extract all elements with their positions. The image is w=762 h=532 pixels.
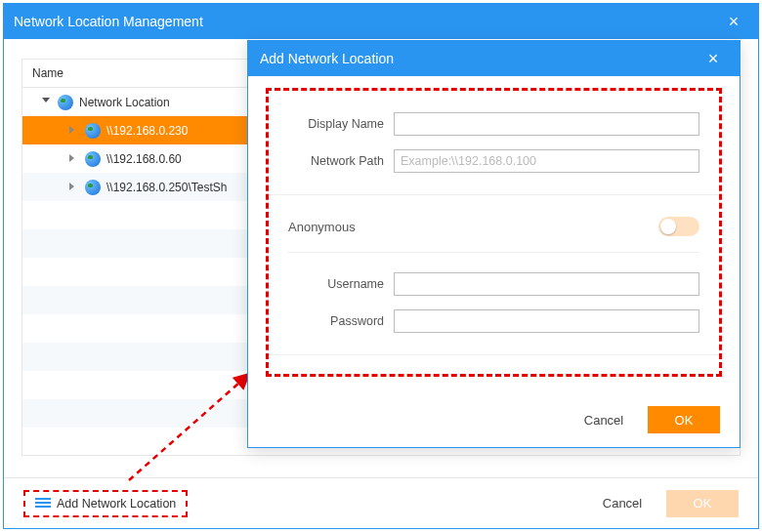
dialog-titlebar: Add Network Location ×	[248, 41, 740, 76]
list-icon	[35, 498, 51, 510]
username-label: Username	[288, 277, 394, 291]
close-icon[interactable]: ×	[698, 49, 728, 69]
close-icon[interactable]: ×	[719, 12, 748, 32]
tree-item-label: \\192.168.0.250\TestSh	[106, 181, 227, 194]
anonymous-label: Anonymous	[288, 220, 356, 234]
anonymous-toggle[interactable]	[658, 217, 699, 236]
add-location-dialog: Add Network Location × Display Name Netw…	[247, 40, 741, 448]
main-title: Network Location Management	[14, 14, 719, 29]
password-label: Password	[288, 314, 394, 328]
add-network-location-button[interactable]: Add Network Location	[23, 490, 188, 517]
chevron-right-icon[interactable]	[69, 126, 79, 136]
display-name-input[interactable]	[394, 112, 699, 136]
network-path-input[interactable]	[394, 149, 699, 173]
username-input[interactable]	[394, 272, 699, 296]
main-titlebar: Network Location Management ×	[4, 4, 758, 39]
tree-item-label: \\192.168.0.60	[106, 152, 182, 166]
network-path-label: Network Path	[288, 154, 394, 168]
globe-icon	[58, 95, 73, 110]
display-name-label: Display Name	[288, 117, 394, 131]
password-input[interactable]	[394, 309, 699, 333]
add-network-location-label: Add Network Location	[57, 497, 176, 511]
tree-item-label: \\192.168.0.230	[106, 124, 188, 138]
dialog-footer: Cancel OK	[560, 406, 720, 433]
tree-root-label: Network Location	[79, 96, 170, 109]
globe-icon	[85, 123, 101, 139]
ok-button[interactable]: OK	[648, 406, 720, 433]
globe-icon	[85, 151, 101, 167]
cancel-button[interactable]: Cancel	[586, 490, 658, 517]
chevron-down-icon[interactable]	[42, 98, 52, 107]
chevron-right-icon[interactable]	[69, 154, 79, 164]
main-footer: Add Network Location Cancel OK	[4, 477, 758, 528]
dialog-title: Add Network Location	[260, 51, 698, 66]
ok-button[interactable]: OK	[666, 490, 739, 517]
globe-icon	[85, 180, 101, 195]
chevron-right-icon[interactable]	[69, 183, 79, 192]
cancel-button[interactable]: Cancel	[568, 406, 640, 433]
form-section-path: Display Name Network Path	[268, 90, 720, 195]
form-section-auth: Anonymous Username Password	[268, 195, 720, 355]
